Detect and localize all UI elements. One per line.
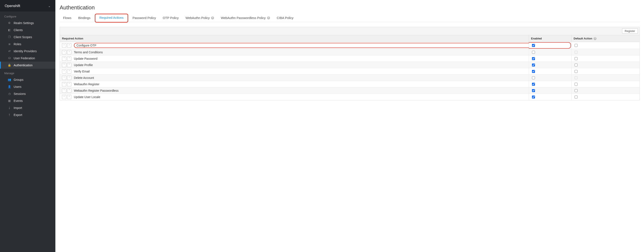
- action-name: Webauthn Register Passwordless: [74, 89, 118, 92]
- help-icon[interactable]: ?: [594, 37, 596, 40]
- tab-bindings[interactable]: Bindings: [75, 14, 94, 22]
- tab-flows[interactable]: Flows: [60, 14, 75, 22]
- enabled-checkbox[interactable]: [532, 96, 535, 99]
- move-down-button[interactable]: ˅: [67, 63, 71, 67]
- sidebar-item-export[interactable]: ⭱Export: [0, 111, 55, 118]
- sidebar-item-client-scopes[interactable]: ❐Client Scopes: [0, 34, 55, 41]
- default-checkbox[interactable]: [574, 64, 578, 67]
- sidebar-item-user-federation[interactable]: ⛁User Federation: [0, 55, 55, 62]
- enabled-checkbox[interactable]: [532, 89, 535, 92]
- move-up-button[interactable]: ˄: [62, 89, 66, 93]
- tab-required-actions[interactable]: Required Actions: [95, 14, 128, 23]
- move-down-button[interactable]: ˅: [67, 82, 71, 86]
- move-down-button[interactable]: ˅: [67, 89, 71, 93]
- move-down-button[interactable]: ˅: [67, 57, 71, 61]
- move-up-button[interactable]: ˄: [62, 69, 66, 74]
- move-down-button[interactable]: ˅: [67, 76, 71, 80]
- action-name: Terms and Conditions: [74, 51, 103, 54]
- required-actions-panel: Register Required Action Enabled Default…: [60, 27, 640, 100]
- sidebar-item-realm-settings[interactable]: ⚙Realm Settings: [0, 20, 55, 27]
- enabled-checkbox[interactable]: [532, 64, 535, 67]
- highlighted-row: Configure OTP: [74, 43, 529, 48]
- tab-ciba-policy[interactable]: CIBA Policy: [274, 14, 297, 22]
- default-checkbox[interactable]: [574, 57, 578, 60]
- default-cell: [572, 56, 640, 62]
- tab-label: Bindings: [78, 16, 90, 20]
- default-cell: [572, 75, 640, 81]
- scopes-icon: ❐: [8, 35, 11, 39]
- tab-label: WebAuthn Policy: [186, 16, 210, 20]
- default-cell: [572, 49, 640, 56]
- sidebar-item-groups[interactable]: 👥Groups: [0, 76, 55, 83]
- default-checkbox[interactable]: [574, 89, 578, 92]
- enabled-cell: [529, 75, 572, 81]
- default-cell: [572, 87, 640, 94]
- sidebar-item-authentication[interactable]: 🔒Authentication: [0, 62, 55, 69]
- main-content: Authentication FlowsBindingsRequired Act…: [55, 0, 644, 252]
- sidebar-item-import[interactable]: ⭳Import: [0, 104, 55, 111]
- table-row: ˄˅Update Password: [60, 56, 640, 62]
- reorder-controls: ˄˅: [62, 63, 71, 67]
- move-up-button[interactable]: ˄: [62, 43, 66, 48]
- tab-webauthn-passwordless-policy[interactable]: WebAuthn Passwordless Policy?: [218, 14, 274, 22]
- sidebar-item-users[interactable]: 👤Users: [0, 83, 55, 90]
- enabled-checkbox[interactable]: [532, 51, 535, 54]
- sidebar-item-clients[interactable]: ◧Clients: [0, 27, 55, 34]
- move-down-button[interactable]: ˅: [67, 95, 71, 99]
- help-icon[interactable]: ?: [267, 17, 270, 20]
- sidebar-item-label: Realm Settings: [14, 21, 34, 25]
- default-cell: [572, 42, 640, 49]
- reorder-controls: ˄˅: [62, 69, 71, 74]
- enabled-cell: [529, 49, 572, 56]
- default-checkbox[interactable]: [574, 70, 578, 73]
- tab-label: OTP Policy: [163, 16, 179, 20]
- sidebar-item-roles[interactable]: ≣Roles: [0, 41, 55, 48]
- reorder-controls: ˄˅: [62, 82, 71, 86]
- move-up-button[interactable]: ˄: [62, 95, 66, 99]
- col-header-default: Default Action ?: [572, 35, 640, 42]
- sidebar-item-events[interactable]: ▦Events: [0, 97, 55, 104]
- move-up-button[interactable]: ˄: [62, 50, 66, 54]
- tab-webauthn-policy[interactable]: WebAuthn Policy?: [182, 14, 218, 22]
- move-up-button[interactable]: ˄: [62, 63, 66, 67]
- realm-selector[interactable]: Openshift ⌄: [0, 0, 55, 12]
- table-row: ˄˅Update Profile: [60, 62, 640, 68]
- table-row: ˄˅Terms and Conditions: [60, 49, 640, 56]
- sidebar-item-label: Client Scopes: [14, 35, 32, 39]
- move-up-button[interactable]: ˄: [62, 76, 66, 80]
- sidebar-item-label: User Federation: [14, 57, 35, 60]
- move-down-button[interactable]: ˅: [67, 69, 71, 74]
- sidebar-item-label: Users: [14, 85, 22, 89]
- default-checkbox[interactable]: [574, 83, 578, 86]
- enabled-checkbox[interactable]: [532, 70, 535, 73]
- action-name: Update Profile: [74, 63, 93, 67]
- sidebar-item-label: Import: [14, 106, 22, 110]
- action-name: Configure OTP: [76, 44, 527, 47]
- sidebar-item-label: Events: [14, 99, 23, 103]
- tab-otp-policy[interactable]: OTP Policy: [159, 14, 182, 22]
- action-name: Webauthn Register: [74, 83, 100, 86]
- tab-password-policy[interactable]: Password Policy: [129, 14, 159, 22]
- default-checkbox[interactable]: [574, 44, 578, 47]
- enabled-cell: [529, 62, 572, 68]
- enabled-checkbox[interactable]: [532, 44, 535, 47]
- enabled-checkbox[interactable]: [532, 83, 535, 86]
- reorder-controls: ˄˅: [62, 95, 71, 99]
- sidebar-item-label: Sessions: [14, 92, 26, 96]
- move-down-button[interactable]: ˅: [67, 43, 71, 48]
- move-up-button[interactable]: ˄: [62, 82, 66, 86]
- sidebar-item-identity-providers[interactable]: ⇄Identity Providers: [0, 48, 55, 55]
- default-cell: [572, 94, 640, 100]
- enabled-checkbox[interactable]: [532, 57, 535, 60]
- sidebar-item-sessions[interactable]: ◷Sessions: [0, 90, 55, 97]
- default-checkbox[interactable]: [574, 96, 578, 99]
- move-down-button[interactable]: ˅: [67, 50, 71, 54]
- action-name: Update User Locale: [74, 95, 100, 99]
- register-button[interactable]: Register: [622, 28, 638, 34]
- action-name: Delete Account: [74, 76, 94, 80]
- move-up-button[interactable]: ˄: [62, 57, 66, 61]
- tab-label: WebAuthn Passwordless Policy: [221, 16, 266, 20]
- help-icon[interactable]: ?: [211, 17, 214, 20]
- enabled-cell: [529, 87, 572, 94]
- enabled-checkbox[interactable]: [532, 76, 535, 79]
